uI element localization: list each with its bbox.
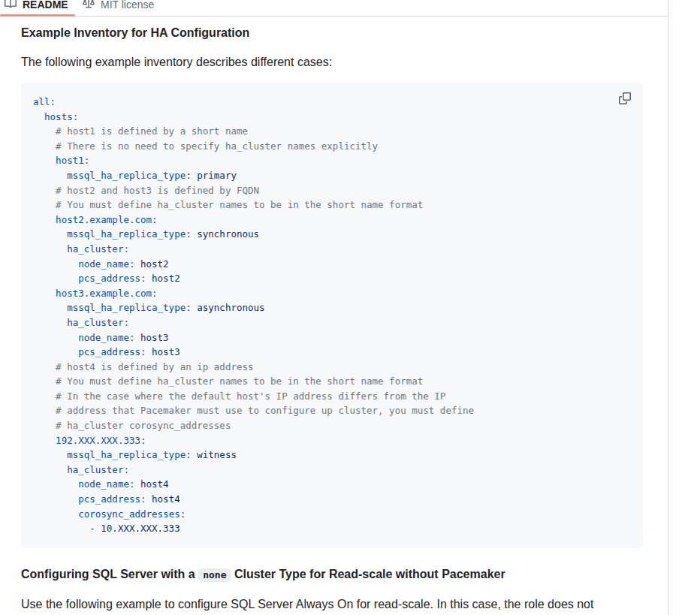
code-line: ha_cluster: [33,242,631,257]
code-line: host3.example.com: [33,286,631,301]
section-heading-ha-inventory: Example Inventory for HA Configuration [21,26,643,41]
code-line: # address that Pacemaker must use to con… [33,403,631,418]
code-line: 192.XXX.XXX.333: [33,433,631,448]
code-line: - 10.XXX.XXX.333 [33,521,631,536]
section-heading-readscale: Configuring SQL Server with a none Clust… [21,567,643,583]
code-line: # In the case where the default host's I… [33,389,631,404]
code-line: mssql_ha_replica_type: synchronous [33,227,631,242]
paragraph-inventory-intro: The following example inventory describe… [21,53,643,71]
readme-content: Example Inventory for HA Configuration T… [0,26,668,615]
code-line: host2.example.com: [33,213,631,228]
readme-card: README MIT license Example Inventory for… [0,0,668,615]
paragraph-readscale-intro: Use the following example to configure S… [21,595,643,615]
code-line: # There is no need to specify ha_cluster… [33,139,631,154]
tab-mit-license-label: MIT license [101,0,154,11]
code-line: ha_cluster: [33,315,631,330]
tab-mit-license[interactable]: MIT license [83,0,154,12]
code-line: ha_cluster: [33,463,631,478]
code-line: node_name: host2 [33,257,631,272]
code-line: # ha_cluster corosync_addresses [33,418,631,433]
code-line: # You must define ha_cluster names to be… [33,197,631,213]
code-line: hosts: [33,110,631,125]
code-line: mssql_ha_replica_type: asynchronous [33,300,631,315]
active-tab-underline [0,14,75,17]
code-line: node_name: host3 [33,330,631,345]
code-line: # You must define ha_cluster names to be… [33,374,631,389]
code-line: pcs_address: host3 [33,345,631,360]
code-line: pcs_address: host4 [33,492,631,507]
code-line: # host4 is defined by an ip address [33,360,631,375]
code-line: mssql_ha_replica_type: primary [33,168,631,183]
book-icon [5,0,17,12]
code-line: host1: [33,153,631,168]
code-line: mssql_ha_replica_type: witness [33,448,631,463]
code-block-inventory: all: hosts: # host1 is defined by a shor… [21,83,643,548]
tab-readme[interactable]: README [5,0,68,12]
yaml-code: all: hosts: # host1 is defined by a shor… [33,95,631,536]
inline-code-none: none [198,568,231,582]
code-line: # host2 and host3 is defined by FQDN [33,183,631,198]
code-line: all: [33,95,631,110]
code-line: corosync_addresses: [33,507,631,522]
copy-icon [619,92,631,107]
copy-code-button[interactable] [614,89,635,110]
code-line: # host1 is defined by a short name [33,124,631,139]
code-line: pcs_address: host2 [33,271,631,286]
law-icon [83,0,95,12]
heading-text-pre: Configuring SQL Server with a [21,568,198,580]
heading-text-post: Cluster Type for Read-scale without Pace… [231,568,505,580]
code-line: node_name: host4 [33,477,631,492]
file-tab-bar: README MIT license [0,0,668,17]
tab-readme-label: README [23,0,68,11]
